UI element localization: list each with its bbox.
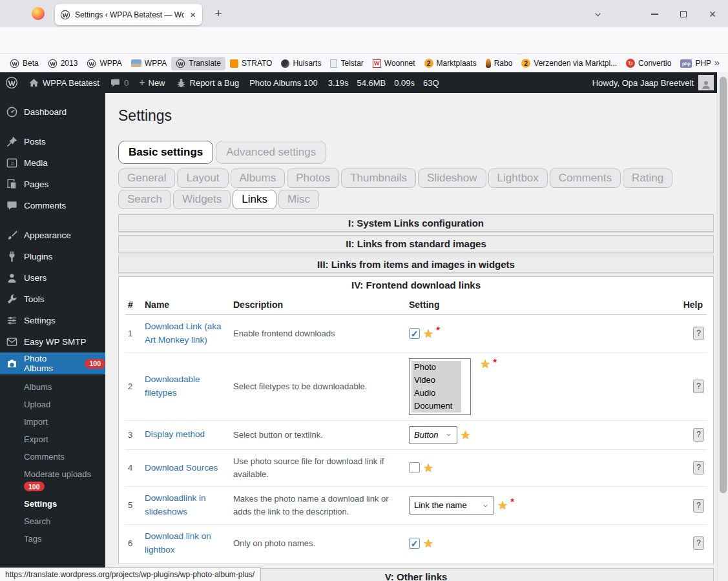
new-tab-button[interactable]: + [209,5,227,23]
sidebar-item-pages[interactable]: Pages [0,174,105,195]
bookmark-2013[interactable]: 2013 [43,57,83,70]
setting-link-display-method[interactable]: Display method [145,429,205,439]
sidebar-item-comments[interactable]: Comments [0,195,105,216]
tab-albums[interactable]: Albums [231,168,286,188]
help-button[interactable]: ? [693,499,704,513]
submenu-item-comments[interactable]: Comments [0,448,105,465]
report-bug-link[interactable]: Report a Bug [171,72,245,93]
firefox-icon[interactable] [32,7,45,20]
tab-rating[interactable]: Rating [623,168,672,188]
help-button[interactable]: ? [693,327,704,340]
submenu-item-import[interactable]: Import [0,413,105,431]
setting-link-downloadable-filetypes[interactable]: Downloadable filetypes [145,374,200,398]
tab-lightbox[interactable]: Lightbox [488,168,548,188]
tab-thumbnails[interactable]: Thumbnails [341,168,416,188]
bookmark-wppa[interactable]: WPPA [82,57,126,70]
sidebar-item-photo-albums[interactable]: Photo Albums100 [0,352,105,374]
setting-link-download-sources[interactable]: Download Sources [145,463,218,473]
downloadlink-slideshows-select[interactable]: Link the name [409,496,494,515]
bookmark-strato[interactable]: STRATO [225,57,277,70]
sidebar-item-users[interactable]: Users [0,267,105,289]
bookmark-woonnet[interactable]: WWoonnet [368,57,420,70]
download-link-checkbox[interactable] [409,328,420,339]
submenu-item-albums[interactable]: Albums [0,378,105,396]
download-lightbox-checkbox[interactable] [409,538,420,549]
bookmark-wppa-site[interactable]: WPPA [127,57,171,70]
browser-scrollbar[interactable] [717,72,728,581]
setting-link-download-lightbox[interactable]: Download link on lightbox [145,531,211,555]
setting-link-downloadlink-slideshows[interactable]: Downloadlink in slideshows [145,493,206,516]
comments-moderation-link[interactable]: 0 [105,72,134,93]
account-menu[interactable]: Howdy, Opa Jaap Breetvelt [592,75,728,90]
sidebar-item-tools[interactable]: Tools [0,289,105,310]
section-system-links[interactable]: I: System Links configuration [118,214,714,232]
sidebar-item-dashboard[interactable]: Dashboard [0,101,105,123]
tab-comments[interactable]: Comments [550,168,621,188]
maximize-button[interactable] [672,6,694,23]
filetypes-multiselect[interactable]: PhotoVideoAudioDocument [409,358,471,415]
sidebar-item-media[interactable]: Media [0,152,105,174]
option-audio[interactable]: Audio [411,387,461,400]
bookmark-verzenden[interactable]: 2Verzenden via Marktpl... [517,57,621,70]
gauge-icon [6,106,18,118]
bookmark-beta[interactable]: Beta [5,57,43,70]
download-sources-checkbox[interactable] [409,462,420,473]
bookmark-php[interactable]: phpPHP [676,57,716,70]
submenu-item-export[interactable]: Export [0,431,105,448]
section-widget-links[interactable]: III: Links from items and images in widg… [118,256,714,273]
tab-general[interactable]: General [118,168,175,188]
photo-albums-link[interactable]: Photo Albums 100 [244,72,323,93]
help-button[interactable]: ? [693,428,704,442]
tab-layout[interactable]: Layout [177,168,228,188]
sidebar-item-easy-wp-smtp[interactable]: Easy WP SMTP [0,331,105,352]
tab-links[interactable]: Links [233,190,276,209]
bookmark-translate[interactable]: Translate [171,57,225,70]
tab-widgets[interactable]: Widgets [173,190,231,209]
stat-queries: 63Q [423,78,439,88]
basic-settings-button[interactable]: Basic settings [118,141,213,164]
new-content-link[interactable]: +New [134,72,170,93]
bookmark-telstar[interactable]: Telstar [326,57,368,70]
table-row: 2 Downloadable filetypes Select filetype… [125,352,707,420]
option-photo[interactable]: Photo [411,361,461,374]
bookmark-huisarts[interactable]: Huisarts [276,57,326,70]
browser-tab[interactable]: Settings ‹ WPPA Betatest — Wor × [55,4,202,25]
bookmark-rabo[interactable]: Rabo [481,57,517,70]
bookmarks-overflow-chevron[interactable]: » [711,56,723,68]
tab-slideshow[interactable]: Slideshow [418,168,486,188]
section-standard-images[interactable]: II: Links from standard images [118,235,714,252]
sidebar-item-plugins[interactable]: Plugins [0,246,105,267]
submenu-item-upload[interactable]: Upload [0,396,105,413]
wp-logo-menu[interactable] [0,72,23,93]
site-name-link[interactable]: WPPA Betatest [23,72,105,93]
display-method-select[interactable]: Button [409,426,457,444]
submenu-item-moderate-uploads[interactable]: Moderate uploads100 [0,465,105,495]
sidebar-item-settings[interactable]: Settings [0,310,105,331]
tab-close-icon[interactable]: × [189,9,197,20]
submenu-item-tags[interactable]: Tags [0,530,105,547]
option-video[interactable]: Video [411,374,461,387]
tab-search[interactable]: Search [118,190,171,209]
tab-list-chevron-icon[interactable] [587,6,608,23]
submenu-item-settings[interactable]: Settings [0,495,105,513]
section-frontend-download[interactable]: IV: Frontend download links [118,276,714,294]
bookmark-convertio[interactable]: ↻Convertio [621,57,676,70]
setting-link-download-link[interactable]: Download Link (aka Art Monkey link) [145,321,222,345]
help-button[interactable]: ? [693,380,704,393]
advanced-settings-button[interactable]: Advanced settings [216,141,326,164]
submenu-item-search[interactable]: Search [0,513,105,530]
minimize-button[interactable] [643,6,665,23]
help-button[interactable]: ? [693,536,704,550]
sidebar-item-appearance[interactable]: Appearance [0,225,105,246]
sidebar-item-posts[interactable]: Posts [0,131,105,152]
tab-misc[interactable]: Misc [278,190,319,209]
media-icon [6,157,18,169]
column-header-desc: Description [231,294,406,315]
scrollbar-thumb[interactable] [720,77,727,493]
convertio-icon: ↻ [626,59,635,68]
help-button[interactable]: ? [693,461,704,474]
tab-photos[interactable]: Photos [287,168,339,188]
option-document[interactable]: Document [411,400,461,413]
bookmark-marktplaats[interactable]: 2Marktplaats [420,57,481,70]
window-close-button[interactable]: × [702,6,723,23]
